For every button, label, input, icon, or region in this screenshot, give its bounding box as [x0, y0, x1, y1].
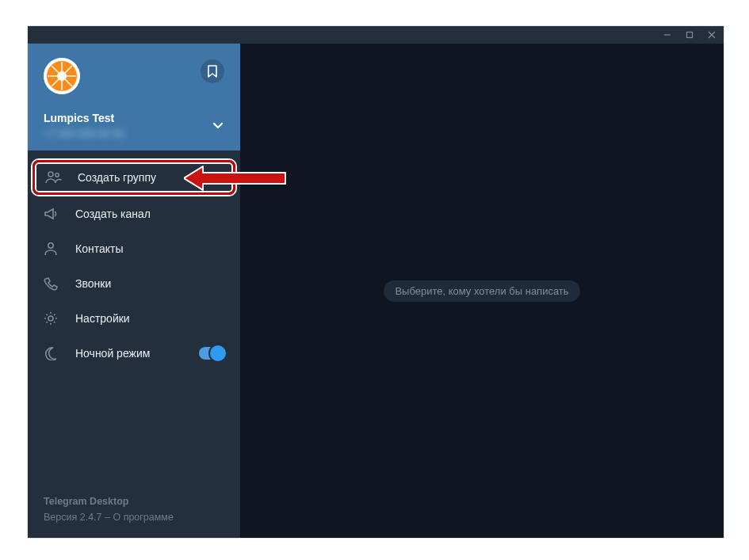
megaphone-icon — [42, 206, 59, 222]
avatar[interactable] — [44, 58, 80, 94]
profile-name[interactable]: Lumpics Test — [44, 112, 224, 124]
empty-hint: Выберите, кому хотели бы написать — [384, 280, 579, 302]
menu-item-label: Создать группу — [78, 171, 156, 184]
menu-contacts[interactable]: Контакты — [28, 231, 240, 266]
app-name: Telegram Desktop — [44, 493, 224, 509]
sidebar: Lumpics Test +7 000 000 00 00 — [28, 44, 240, 538]
menu: Создать группу Создать канал — [28, 150, 240, 481]
titlebar — [28, 26, 724, 44]
menu-settings[interactable]: Настройки — [28, 301, 240, 336]
version-sep: – — [102, 512, 113, 523]
gear-icon — [42, 310, 59, 326]
svg-point-18 — [48, 316, 53, 321]
menu-item-label: Контакты — [75, 242, 123, 255]
chevron-down-icon — [212, 119, 224, 131]
person-icon — [42, 241, 59, 257]
window-maximize-button[interactable] — [686, 31, 694, 39]
about-link[interactable]: О программе — [113, 512, 173, 523]
svg-point-15 — [48, 172, 53, 177]
accounts-caret[interactable] — [212, 119, 224, 131]
sidebar-footer: Telegram Desktop Версия 2.4.7 – О програ… — [28, 481, 240, 538]
profile-header: Lumpics Test +7 000 000 00 00 — [28, 44, 240, 150]
svg-point-17 — [48, 243, 53, 248]
window-minimize-button[interactable] — [663, 31, 671, 39]
group-icon — [44, 170, 62, 185]
night-mode-toggle[interactable] — [199, 347, 226, 360]
saved-messages-button[interactable] — [201, 59, 224, 83]
main-area: Выберите, кому хотели бы написать — [240, 44, 724, 538]
window-body: Lumpics Test +7 000 000 00 00 — [28, 44, 724, 538]
svg-rect-1 — [687, 32, 693, 38]
version-prefix: Версия — [44, 512, 80, 523]
profile-phone: +7 000 000 00 00 — [44, 128, 224, 139]
menu-night-mode[interactable]: Ночной режим — [28, 336, 240, 371]
menu-item-label: Ночной режим — [75, 347, 150, 360]
svg-point-14 — [57, 71, 67, 81]
bookmark-icon — [207, 65, 218, 78]
phone-icon — [42, 276, 59, 291]
version-number: 2.4.7 — [80, 512, 102, 523]
menu-item-label: Настройки — [75, 312, 130, 325]
menu-item-label: Создать канал — [75, 208, 151, 220]
menu-calls[interactable]: Звонки — [28, 266, 240, 301]
moon-icon — [42, 346, 59, 360]
version-line: Версия 2.4.7 – О программе — [44, 509, 224, 525]
window-close-button[interactable] — [708, 31, 716, 39]
menu-item-label: Звонки — [75, 277, 111, 290]
menu-new-group[interactable]: Создать группу — [32, 160, 235, 195]
svg-point-16 — [55, 173, 59, 177]
app-window: Lumpics Test +7 000 000 00 00 — [28, 26, 724, 538]
menu-new-channel[interactable]: Создать канал — [28, 196, 240, 231]
